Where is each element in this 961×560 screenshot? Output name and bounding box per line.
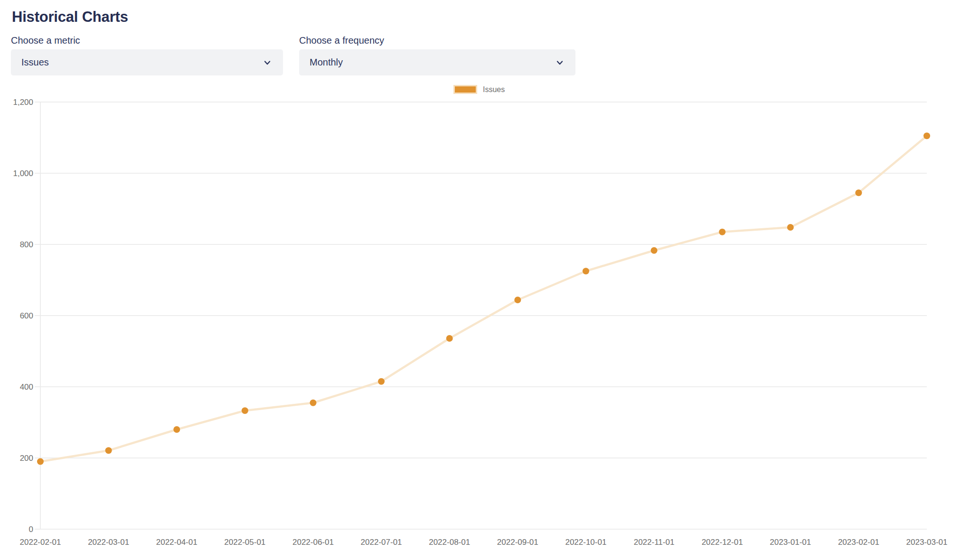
data-point[interactable] <box>105 447 112 454</box>
x-tick-label: 2022-05-01 <box>224 538 265 547</box>
x-tick-label: 2022-11-01 <box>634 538 675 547</box>
data-point[interactable] <box>787 224 794 231</box>
x-tick-label: 2022-07-01 <box>361 538 402 547</box>
y-tick-label: 800 <box>20 240 33 249</box>
series-line <box>40 136 927 461</box>
data-point[interactable] <box>719 229 725 235</box>
y-tick-label: 1,000 <box>13 169 33 178</box>
x-tick-label: 2023-01-01 <box>770 538 811 547</box>
x-tick-label: 2022-03-01 <box>88 538 129 547</box>
data-point[interactable] <box>310 400 316 406</box>
data-point[interactable] <box>242 407 248 414</box>
data-point[interactable] <box>651 247 658 254</box>
y-tick-label: 0 <box>29 525 33 534</box>
data-point[interactable] <box>173 426 180 433</box>
y-tick-label: 1,200 <box>13 98 33 107</box>
data-point[interactable] <box>923 132 930 139</box>
x-tick-label: 2022-09-01 <box>497 538 538 547</box>
y-tick-label: 200 <box>20 454 33 463</box>
x-tick-label: 2022-08-01 <box>429 538 470 547</box>
x-tick-label: 2022-02-01 <box>20 538 61 547</box>
data-point[interactable] <box>378 378 385 385</box>
y-tick-label: 400 <box>20 383 33 392</box>
data-point[interactable] <box>37 458 44 465</box>
y-tick-label: 600 <box>20 311 33 320</box>
x-tick-label: 2023-03-01 <box>906 538 948 547</box>
line-chart: 02004006008001,0001,2002022-02-012022-03… <box>0 0 961 560</box>
data-point[interactable] <box>583 268 589 274</box>
x-tick-label: 2022-04-01 <box>156 538 198 547</box>
x-tick-label: 2022-06-01 <box>292 538 334 547</box>
x-tick-label: 2022-10-01 <box>565 538 606 547</box>
data-point[interactable] <box>855 189 862 196</box>
data-point[interactable] <box>514 297 521 303</box>
x-tick-label: 2023-02-01 <box>838 538 879 547</box>
data-point[interactable] <box>446 335 453 342</box>
x-tick-label: 2022-12-01 <box>702 538 743 547</box>
